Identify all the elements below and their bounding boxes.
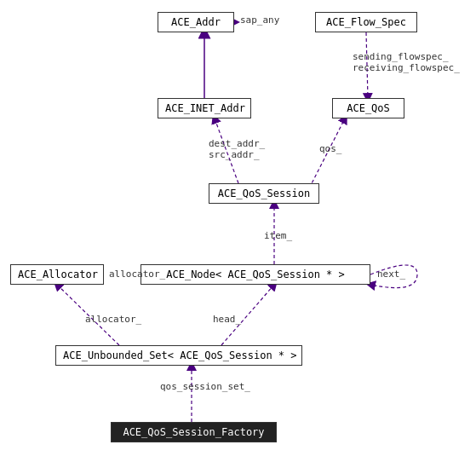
label-src-addr: src_addr_ — [209, 149, 260, 160]
label-item: item_ — [264, 230, 292, 241]
label-receiving-flowspec: receiving_flowspec_ — [353, 62, 460, 73]
svg-line-4 — [307, 118, 345, 193]
ace-inet-addr-box: ACE_INET_Addr — [158, 98, 251, 118]
label-allocator-1: allocator_ — [109, 269, 165, 280]
label-sap-any: sap_any — [240, 14, 279, 26]
label-dest-addr: dest_addr_ — [209, 138, 265, 149]
ace-allocator-box: ACE_Allocator — [10, 264, 104, 285]
ace-flow-spec-box: ACE_Flow_Spec — [315, 12, 417, 32]
diagram: ACE_Addr ACE_Flow_Spec ACE_INET_Addr ACE… — [0, 0, 476, 462]
label-sending-flowspec: sending_flowspec_ — [353, 51, 449, 62]
ace-addr-box: ACE_Addr — [158, 12, 234, 32]
label-head: head_ — [213, 314, 241, 325]
label-qos: qos_ — [319, 143, 342, 154]
ace-unbounded-set-box: ACE_Unbounded_Set< ACE_QoS_Session * > — [55, 345, 302, 366]
label-qos-session-set: qos_session_set_ — [160, 381, 250, 392]
ace-qos-box: ACE_QoS — [332, 98, 404, 118]
ace-qos-session-box: ACE_QoS_Session — [209, 183, 319, 204]
label-next: next_ — [377, 269, 405, 280]
label-allocator-2: allocator_ — [85, 314, 141, 325]
ace-qos-session-factory-box: ACE_QoS_Session_Factory — [111, 422, 277, 442]
ace-node-box: ACE_Node< ACE_QoS_Session * > — [141, 264, 370, 285]
